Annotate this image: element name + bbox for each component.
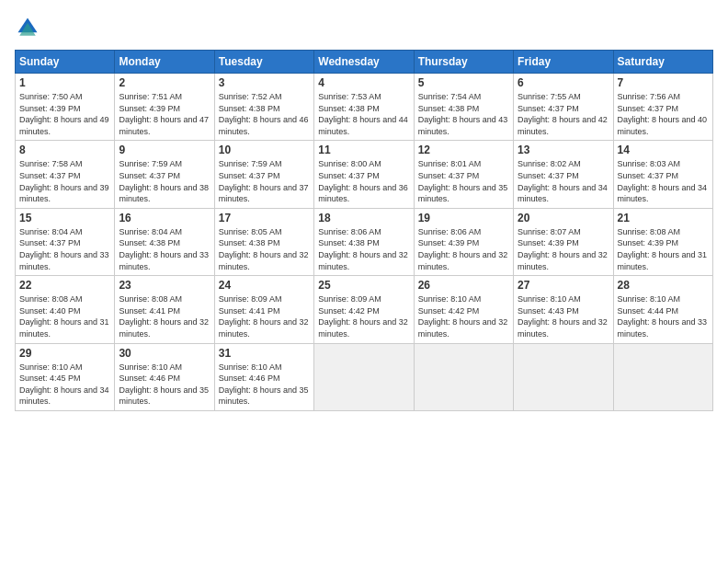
calendar-cell: 24Sunrise: 8:09 AMSunset: 4:41 PMDayligh… xyxy=(214,276,313,343)
day-number: 3 xyxy=(219,76,310,89)
calendar-cell: 30Sunrise: 8:10 AMSunset: 4:46 PMDayligh… xyxy=(115,343,214,410)
day-number: 21 xyxy=(618,212,709,224)
day-info: Sunrise: 8:06 AMSunset: 4:39 PMDaylight:… xyxy=(418,226,509,272)
calendar-cell: 7Sunrise: 7:56 AMSunset: 4:37 PMDaylight… xyxy=(613,74,712,141)
weekday-header-tuesday: Tuesday xyxy=(214,51,313,74)
day-info: Sunrise: 7:58 AMSunset: 4:37 PMDaylight:… xyxy=(19,158,110,204)
day-info: Sunrise: 7:53 AMSunset: 4:38 PMDaylight:… xyxy=(318,91,409,137)
day-info: Sunrise: 8:10 AMSunset: 4:45 PMDaylight:… xyxy=(19,362,110,408)
calendar-cell: 8Sunrise: 7:58 AMSunset: 4:37 PMDaylight… xyxy=(16,141,115,208)
day-number: 28 xyxy=(618,279,709,292)
calendar-cell: 29Sunrise: 8:10 AMSunset: 4:45 PMDayligh… xyxy=(16,343,115,410)
calendar-cell: 16Sunrise: 8:04 AMSunset: 4:38 PMDayligh… xyxy=(115,208,214,275)
day-info: Sunrise: 7:55 AMSunset: 4:37 PMDaylight:… xyxy=(518,91,609,137)
page-container: SundayMondayTuesdayWednesdayThursdayFrid… xyxy=(0,0,728,420)
calendar-cell: 5Sunrise: 7:54 AMSunset: 4:38 PMDaylight… xyxy=(414,74,513,141)
weekday-header-thursday: Thursday xyxy=(414,51,513,74)
day-info: Sunrise: 8:02 AMSunset: 4:37 PMDaylight:… xyxy=(518,158,609,204)
day-info: Sunrise: 8:10 AMSunset: 4:43 PMDaylight:… xyxy=(518,293,609,339)
day-info: Sunrise: 7:51 AMSunset: 4:39 PMDaylight:… xyxy=(119,91,210,137)
calendar-cell: 6Sunrise: 7:55 AMSunset: 4:37 PMDaylight… xyxy=(514,74,613,141)
day-info: Sunrise: 8:08 AMSunset: 4:39 PMDaylight:… xyxy=(618,226,709,272)
calendar-week-5: 29Sunrise: 8:10 AMSunset: 4:45 PMDayligh… xyxy=(16,343,713,410)
weekday-header-monday: Monday xyxy=(115,51,214,74)
day-info: Sunrise: 8:07 AMSunset: 4:39 PMDaylight:… xyxy=(518,226,609,272)
calendar-week-3: 15Sunrise: 8:04 AMSunset: 4:37 PMDayligh… xyxy=(16,208,713,275)
calendar-cell: 21Sunrise: 8:08 AMSunset: 4:39 PMDayligh… xyxy=(613,208,712,275)
day-info: Sunrise: 8:09 AMSunset: 4:41 PMDaylight:… xyxy=(219,293,310,339)
day-number: 8 xyxy=(19,144,110,156)
calendar-cell xyxy=(514,343,613,410)
calendar-cell: 20Sunrise: 8:07 AMSunset: 4:39 PMDayligh… xyxy=(514,208,613,275)
calendar-cell: 12Sunrise: 8:01 AMSunset: 4:37 PMDayligh… xyxy=(414,141,513,208)
day-number: 10 xyxy=(219,144,310,156)
day-info: Sunrise: 8:05 AMSunset: 4:38 PMDaylight:… xyxy=(219,226,310,272)
day-info: Sunrise: 8:04 AMSunset: 4:37 PMDaylight:… xyxy=(19,226,110,272)
weekday-header-saturday: Saturday xyxy=(613,51,712,74)
day-info: Sunrise: 7:59 AMSunset: 4:37 PMDaylight:… xyxy=(219,158,310,204)
calendar-cell: 26Sunrise: 8:10 AMSunset: 4:42 PMDayligh… xyxy=(414,276,513,343)
day-info: Sunrise: 7:56 AMSunset: 4:37 PMDaylight:… xyxy=(618,91,709,137)
calendar-cell: 4Sunrise: 7:53 AMSunset: 4:38 PMDaylight… xyxy=(314,74,414,141)
day-number: 5 xyxy=(418,76,509,89)
calendar-cell: 31Sunrise: 8:10 AMSunset: 4:46 PMDayligh… xyxy=(214,343,313,410)
calendar-week-1: 1Sunrise: 7:50 AMSunset: 4:39 PMDaylight… xyxy=(16,74,713,141)
day-info: Sunrise: 8:10 AMSunset: 4:42 PMDaylight:… xyxy=(418,293,509,339)
day-number: 25 xyxy=(318,279,409,292)
day-info: Sunrise: 8:06 AMSunset: 4:38 PMDaylight:… xyxy=(318,226,409,272)
calendar-cell: 19Sunrise: 8:06 AMSunset: 4:39 PMDayligh… xyxy=(414,208,513,275)
calendar-cell: 23Sunrise: 8:08 AMSunset: 4:41 PMDayligh… xyxy=(115,276,214,343)
day-number: 18 xyxy=(318,212,409,224)
day-number: 16 xyxy=(119,212,210,224)
day-number: 9 xyxy=(119,144,210,156)
logo xyxy=(15,15,44,40)
weekday-header-sunday: Sunday xyxy=(16,51,115,74)
day-number: 7 xyxy=(618,76,709,89)
calendar-cell: 10Sunrise: 7:59 AMSunset: 4:37 PMDayligh… xyxy=(214,141,313,208)
day-info: Sunrise: 8:03 AMSunset: 4:37 PMDaylight:… xyxy=(618,158,709,204)
day-number: 17 xyxy=(219,212,310,224)
calendar-cell: 3Sunrise: 7:52 AMSunset: 4:38 PMDaylight… xyxy=(214,74,313,141)
day-number: 30 xyxy=(119,347,210,360)
calendar-cell: 17Sunrise: 8:05 AMSunset: 4:38 PMDayligh… xyxy=(214,208,313,275)
calendar-cell: 25Sunrise: 8:09 AMSunset: 4:42 PMDayligh… xyxy=(314,276,414,343)
day-number: 6 xyxy=(518,76,609,89)
weekday-header-row: SundayMondayTuesdayWednesdayThursdayFrid… xyxy=(16,51,713,74)
calendar-cell xyxy=(314,343,414,410)
day-number: 11 xyxy=(318,144,409,156)
calendar-cell: 22Sunrise: 8:08 AMSunset: 4:40 PMDayligh… xyxy=(16,276,115,343)
day-number: 1 xyxy=(19,76,110,89)
calendar-table: SundayMondayTuesdayWednesdayThursdayFrid… xyxy=(15,50,713,411)
day-info: Sunrise: 8:04 AMSunset: 4:38 PMDaylight:… xyxy=(119,226,210,272)
day-number: 2 xyxy=(119,76,210,89)
day-info: Sunrise: 8:08 AMSunset: 4:41 PMDaylight:… xyxy=(119,293,210,339)
calendar-cell: 15Sunrise: 8:04 AMSunset: 4:37 PMDayligh… xyxy=(16,208,115,275)
day-number: 14 xyxy=(618,144,709,156)
day-number: 19 xyxy=(418,212,509,224)
weekday-header-wednesday: Wednesday xyxy=(314,51,414,74)
day-info: Sunrise: 8:00 AMSunset: 4:37 PMDaylight:… xyxy=(318,158,409,204)
day-info: Sunrise: 7:50 AMSunset: 4:39 PMDaylight:… xyxy=(19,91,110,137)
header-row xyxy=(15,15,713,40)
day-number: 15 xyxy=(19,212,110,224)
day-number: 22 xyxy=(19,279,110,292)
calendar-week-4: 22Sunrise: 8:08 AMSunset: 4:40 PMDayligh… xyxy=(16,276,713,343)
logo-icon xyxy=(15,15,40,40)
day-info: Sunrise: 8:09 AMSunset: 4:42 PMDaylight:… xyxy=(318,293,409,339)
day-number: 13 xyxy=(518,144,609,156)
calendar-cell: 28Sunrise: 8:10 AMSunset: 4:44 PMDayligh… xyxy=(613,276,712,343)
day-number: 20 xyxy=(518,212,609,224)
day-number: 24 xyxy=(219,279,310,292)
calendar-cell: 1Sunrise: 7:50 AMSunset: 4:39 PMDaylight… xyxy=(16,74,115,141)
calendar-cell: 18Sunrise: 8:06 AMSunset: 4:38 PMDayligh… xyxy=(314,208,414,275)
day-info: Sunrise: 8:08 AMSunset: 4:40 PMDaylight:… xyxy=(19,293,110,339)
day-info: Sunrise: 7:52 AMSunset: 4:38 PMDaylight:… xyxy=(219,91,310,137)
calendar-cell xyxy=(414,343,513,410)
calendar-cell: 13Sunrise: 8:02 AMSunset: 4:37 PMDayligh… xyxy=(514,141,613,208)
day-number: 31 xyxy=(219,347,310,360)
day-number: 26 xyxy=(418,279,509,292)
calendar-cell: 2Sunrise: 7:51 AMSunset: 4:39 PMDaylight… xyxy=(115,74,214,141)
day-info: Sunrise: 7:54 AMSunset: 4:38 PMDaylight:… xyxy=(418,91,509,137)
day-info: Sunrise: 8:01 AMSunset: 4:37 PMDaylight:… xyxy=(418,158,509,204)
day-number: 4 xyxy=(318,76,409,89)
